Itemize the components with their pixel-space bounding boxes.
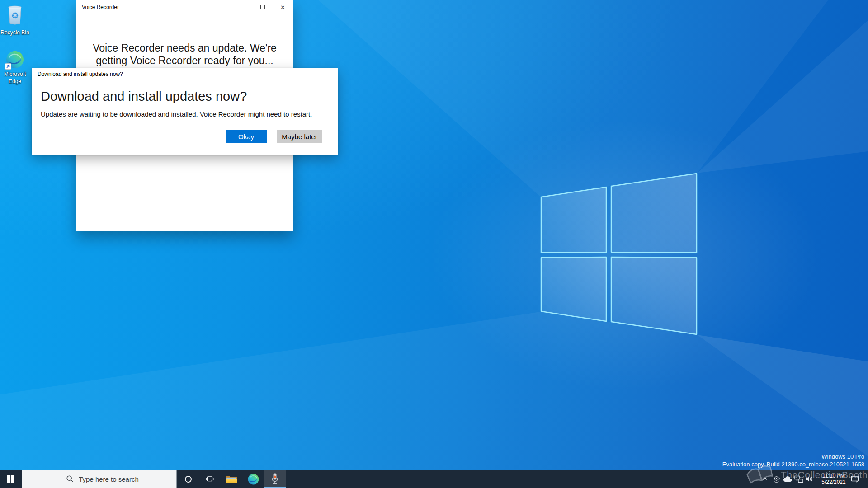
minimize-button[interactable]: – [232, 0, 252, 14]
voice-recorder-mic-icon [270, 473, 279, 485]
search-icon [66, 475, 74, 483]
desktop: ♻ Recycle Bin [0, 0, 868, 488]
search-placeholder-text: Type here to search [79, 475, 139, 483]
os-watermark-line2: Evaluation copy. Build 21390.co_release.… [722, 460, 864, 468]
action-center-button[interactable] [849, 470, 861, 488]
shortcut-arrow-badge [5, 63, 11, 70]
update-message-line2: getting Voice Recorder ready for you... [76, 54, 293, 67]
taskbar-search-box[interactable]: Type here to search [22, 470, 177, 488]
voice-recorder-taskbar-button[interactable] [264, 470, 286, 488]
ethernet-network-icon [794, 475, 803, 483]
taskbar-clock[interactable]: 11:10 AM 5/22/2021 [816, 470, 851, 488]
edge-taskbar-button[interactable] [242, 470, 264, 488]
maximize-icon [260, 5, 265, 9]
tray-show-hidden-icons-button[interactable] [760, 470, 770, 488]
file-explorer-icon [226, 474, 237, 484]
os-watermark-line1: Windows 10 Pro [722, 453, 864, 460]
edge-icon [6, 51, 24, 69]
taskbar: Type here to search [0, 470, 868, 488]
tray-network-button[interactable] [793, 470, 804, 488]
chevron-up-icon [761, 475, 769, 483]
speaker-icon [805, 475, 813, 483]
edge-label-line1: Microsoft [0, 70, 30, 78]
tray-meet-now-button[interactable] [771, 470, 782, 488]
dialog-heading: Download and install updates now? [41, 89, 247, 104]
cortana-button[interactable] [177, 470, 199, 488]
tray-onedrive-button[interactable] [782, 470, 793, 488]
cortana-icon [185, 476, 192, 483]
maximize-button[interactable] [252, 0, 273, 14]
show-desktop-strip[interactable] [864, 470, 864, 488]
window-title: Voice Recorder [82, 4, 119, 10]
close-button[interactable]: ✕ [273, 0, 293, 14]
close-icon: ✕ [280, 4, 285, 11]
meet-now-camera-icon [773, 475, 781, 483]
action-center-icon [851, 475, 859, 483]
maybe-later-button[interactable]: Maybe later [277, 130, 322, 143]
os-watermark: Windows 10 Pro Evaluation copy. Build 21… [722, 453, 864, 468]
minimize-icon: – [241, 4, 244, 11]
caption-buttons: – ✕ [232, 0, 293, 14]
windows-start-icon [7, 475, 14, 483]
task-view-button[interactable] [199, 470, 221, 488]
okay-button[interactable]: Okay [226, 130, 267, 143]
edge-label-line2: Edge [0, 78, 30, 85]
onedrive-cloud-icon [783, 476, 792, 482]
clock-time: 11:10 AM [822, 473, 845, 479]
clock-date: 5/22/2021 [821, 479, 845, 485]
edge-taskbar-icon [248, 474, 259, 485]
recycle-bin-label: Recycle Bin [0, 29, 30, 36]
task-view-icon [206, 475, 214, 483]
start-button[interactable] [0, 470, 22, 488]
update-dialog: Download and install updates now? Downlo… [32, 68, 338, 155]
recycle-bin-icon: ♻ [6, 5, 24, 25]
file-explorer-button[interactable] [221, 470, 242, 488]
dialog-window-title: Download and install updates now? [38, 71, 123, 77]
recycle-arrows-glyph: ♻ [6, 10, 24, 21]
dialog-body-text: Updates are waiting to be downloaded and… [41, 110, 312, 118]
update-message: Voice Recorder needs an update. We're ge… [76, 42, 293, 67]
update-message-line1: Voice Recorder needs an update. We're [76, 42, 293, 54]
tray-volume-button[interactable] [804, 470, 815, 488]
